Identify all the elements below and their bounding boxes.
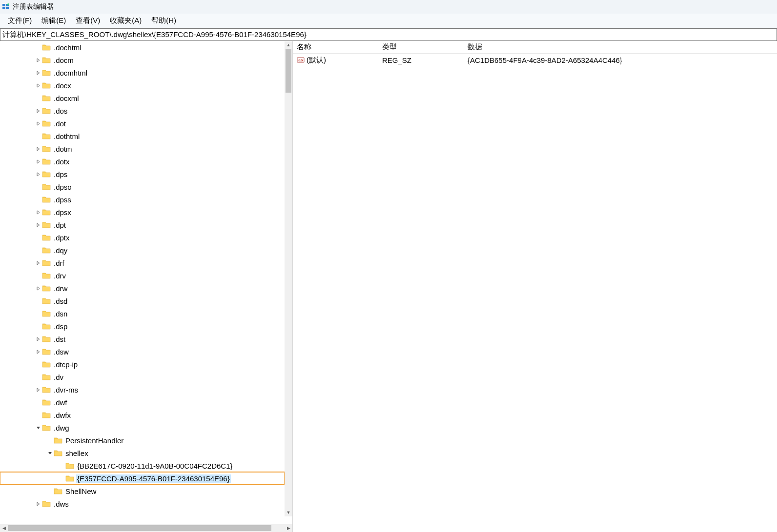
- menu-edit[interactable]: 编辑(E): [37, 15, 71, 27]
- tree-item[interactable]: .dps: [0, 168, 285, 180]
- chevron-right-icon[interactable]: [35, 209, 41, 215]
- tree-item-label: ShellNew: [64, 487, 97, 495]
- chevron-right-icon[interactable]: [35, 82, 41, 88]
- chevron-right-icon[interactable]: [35, 349, 41, 355]
- tree-item-label: .dwf: [53, 398, 68, 407]
- menu-file[interactable]: 文件(F): [3, 15, 37, 27]
- tree-item[interactable]: .dv: [0, 371, 285, 383]
- chevron-right-icon[interactable]: [35, 70, 41, 76]
- column-header-type[interactable]: 类型: [378, 42, 464, 52]
- scroll-up-arrow-icon[interactable]: ▲: [285, 41, 292, 49]
- expander-placeholder: [35, 184, 41, 190]
- tree-item[interactable]: .docxml: [0, 92, 285, 104]
- values-pane: 名称 类型 数据 ab(默认)REG_SZ{AC1DB655-4F9A-4c39…: [293, 41, 777, 532]
- tree-item-label: .docxml: [53, 94, 80, 102]
- tree-item[interactable]: .drv: [0, 269, 285, 282]
- tree-item[interactable]: .docx: [0, 79, 285, 92]
- tree-item-label: .dqy: [53, 246, 68, 255]
- tree-item[interactable]: .dotx: [0, 155, 285, 168]
- window-title: 注册表编辑器: [13, 2, 54, 11]
- chevron-right-icon[interactable]: [35, 108, 41, 114]
- tree-item[interactable]: .dtcp-ip: [0, 358, 285, 371]
- titlebar: 注册表编辑器: [0, 0, 777, 14]
- tree-item-label: .docm: [53, 56, 75, 64]
- vertical-scrollbar[interactable]: ▲ ▼: [285, 41, 292, 516]
- value-row[interactable]: ab(默认)REG_SZ{AC1DB655-4F9A-4c39-8AD2-A65…: [293, 54, 777, 66]
- chevron-right-icon[interactable]: [35, 260, 41, 266]
- tree-item[interactable]: .dsp: [0, 320, 285, 333]
- tree-item[interactable]: {E357FCCD-A995-4576-B01F-234630154E96}: [0, 472, 285, 485]
- tree-item[interactable]: .dws: [0, 497, 285, 510]
- expander-placeholder: [35, 311, 41, 316]
- tree-item[interactable]: .dwfx: [0, 409, 285, 421]
- address-bar[interactable]: 计算机\HKEY_CLASSES_ROOT\.dwg\shellex\{E357…: [0, 28, 777, 41]
- chevron-right-icon[interactable]: [35, 57, 41, 63]
- tree-item-label: .dtcp-ip: [53, 360, 79, 369]
- tree-item[interactable]: .dpt: [0, 218, 285, 231]
- tree-item[interactable]: .dptx: [0, 231, 285, 244]
- menu-view[interactable]: 查看(V): [71, 15, 105, 27]
- chevron-down-icon[interactable]: [35, 425, 41, 431]
- tree-item[interactable]: .dwf: [0, 396, 285, 409]
- expander-placeholder: [35, 197, 41, 202]
- tree-item[interactable]: ShellNew: [0, 485, 285, 497]
- app-icon: [2, 3, 10, 11]
- horizontal-scrollbar[interactable]: ◀ ▶: [0, 524, 292, 532]
- tree-item[interactable]: .dos: [0, 104, 285, 117]
- tree-item[interactable]: {BB2E617C-0920-11d1-9A0B-00C04FC2D6C1}: [0, 459, 285, 472]
- tree-item[interactable]: .dpss: [0, 193, 285, 206]
- tree-item[interactable]: .dst: [0, 333, 285, 345]
- chevron-right-icon[interactable]: [35, 120, 41, 126]
- tree-item[interactable]: .drf: [0, 256, 285, 269]
- column-header-data[interactable]: 数据: [464, 42, 777, 52]
- chevron-right-icon[interactable]: [35, 146, 41, 152]
- expander-placeholder: [35, 133, 41, 139]
- tree-item[interactable]: .dvr-ms: [0, 383, 285, 396]
- menu-favorites[interactable]: 收藏夹(A): [105, 15, 146, 27]
- tree-item[interactable]: .docmhtml: [0, 66, 285, 79]
- vertical-scrollbar-thumb[interactable]: [286, 49, 291, 93]
- scroll-down-arrow-icon[interactable]: ▼: [285, 509, 292, 516]
- chevron-right-icon[interactable]: [35, 171, 41, 177]
- tree-item[interactable]: .dsd: [0, 295, 285, 307]
- tree-item-label: {BB2E617C-0920-11d1-9A0B-00C04FC2D6C1}: [76, 462, 234, 470]
- tree-item-label: .dptx: [53, 234, 71, 242]
- tree-item-label: .dsw: [53, 348, 70, 356]
- chevron-right-icon[interactable]: [35, 336, 41, 342]
- horizontal-scrollbar-thumb[interactable]: [8, 525, 271, 531]
- tree-item[interactable]: .docm: [0, 54, 285, 66]
- chevron-right-icon[interactable]: [35, 501, 41, 507]
- tree-item[interactable]: .dsw: [0, 345, 285, 358]
- menu-help[interactable]: 帮助(H): [146, 15, 181, 27]
- tree-item[interactable]: .dotm: [0, 142, 285, 155]
- chevron-right-icon[interactable]: [35, 222, 41, 228]
- chevron-right-icon[interactable]: [35, 285, 41, 291]
- tree-item[interactable]: PersistentHandler: [0, 434, 285, 447]
- chevron-down-icon[interactable]: [47, 450, 53, 456]
- scroll-left-arrow-icon[interactable]: ◀: [0, 524, 8, 532]
- tree-item[interactable]: .dochtml: [0, 41, 285, 54]
- expander-placeholder: [59, 463, 64, 469]
- expander-placeholder: [35, 44, 41, 50]
- value-name: (默认): [307, 56, 326, 65]
- tree-item-label: .dpss: [53, 196, 72, 204]
- tree-item[interactable]: .dpso: [0, 180, 285, 193]
- tree-item[interactable]: .dpsx: [0, 206, 285, 218]
- expander-placeholder: [35, 399, 41, 405]
- svg-rect-0: [2, 4, 5, 6]
- tree-item[interactable]: shellex: [0, 447, 285, 459]
- tree-item[interactable]: .dot: [0, 117, 285, 130]
- chevron-right-icon[interactable]: [35, 387, 41, 393]
- column-header-name[interactable]: 名称: [293, 42, 378, 52]
- tree-item-label: .dwfx: [53, 411, 72, 419]
- tree-item[interactable]: .drw: [0, 282, 285, 295]
- tree-item[interactable]: .dothtml: [0, 130, 285, 142]
- chevron-right-icon[interactable]: [35, 158, 41, 164]
- expander-placeholder: [35, 235, 41, 240]
- tree-item[interactable]: .dqy: [0, 244, 285, 256]
- tree-item[interactable]: .dsn: [0, 307, 285, 320]
- scroll-right-arrow-icon[interactable]: ▶: [285, 524, 292, 532]
- tree-pane: .dochtml.docm.docmhtml.docx.docxml.dos.d…: [0, 41, 293, 532]
- tree-item[interactable]: .dwg: [0, 421, 285, 434]
- tree-item-label: .dpso: [53, 183, 73, 191]
